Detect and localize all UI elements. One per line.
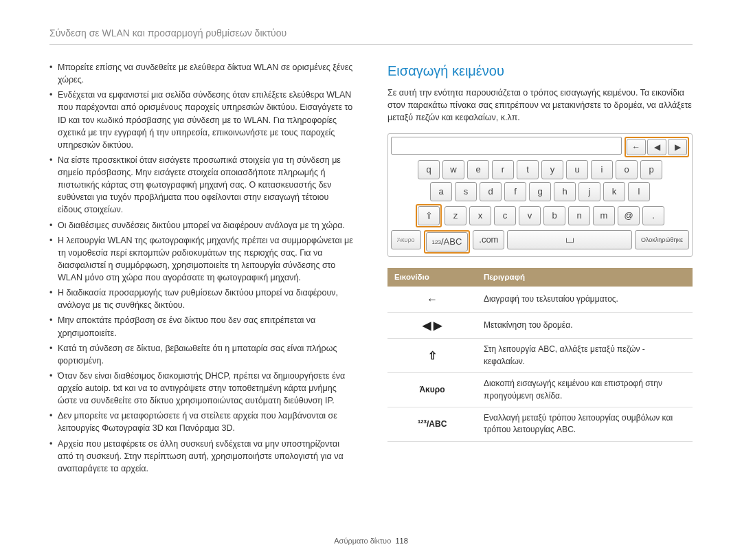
mode-prefix: 123 — [432, 238, 441, 247]
virtual-keyboard: ← ◀ ▶ q w e r t y u i o p a s d — [387, 133, 693, 257]
key-z[interactable]: z — [445, 206, 466, 225]
key-s[interactable]: s — [455, 182, 477, 201]
key-h[interactable]: h — [554, 182, 576, 201]
mode-suffix: /ABC — [441, 236, 462, 249]
nav-key-group: ← ◀ ▶ — [625, 137, 689, 157]
key-f[interactable]: f — [504, 182, 526, 201]
wlan-notes-list: Μπορείτε επίσης να συνδεθείτε με ελεύθερ… — [49, 61, 355, 475]
backspace-icon: ← — [387, 287, 477, 313]
list-item: Ενδέχεται να εμφανιστεί μια σελίδα σύνδε… — [49, 89, 355, 151]
key-at[interactable]: @ — [618, 206, 640, 225]
list-item: Κατά τη σύνδεση σε δίκτυα, βεβαιωθείτε ό… — [49, 342, 355, 367]
key-m[interactable]: m — [593, 206, 615, 225]
table-row: Άκυρο Διακοπή εισαγωγής κειμένου και επι… — [387, 373, 693, 407]
list-item: Να είστε προσεκτικοί όταν εισάγετε προσω… — [49, 154, 355, 216]
mode-label-icon: 123/ABC — [387, 407, 477, 441]
space-key[interactable]: ⌴ — [507, 230, 632, 249]
key-c[interactable]: c — [494, 206, 516, 225]
key-r[interactable]: r — [492, 160, 514, 179]
cursor-right-key[interactable]: ▶ — [668, 139, 687, 155]
cancel-key[interactable]: Άκυρο — [391, 230, 421, 249]
desc-cell: Διακοπή εισαγωγής κειμένου και επιστροφή… — [477, 373, 693, 407]
desc-cell: Στη λειτουργία ABC, αλλάξτε μεταξύ πεζών… — [477, 339, 693, 373]
key-j[interactable]: j — [578, 182, 600, 201]
mode-suffix: /ABC — [427, 419, 447, 429]
shift-key[interactable]: ⇧ — [418, 206, 440, 225]
key-e[interactable]: e — [467, 160, 489, 179]
mode-key-highlight: 123 /ABC — [424, 230, 471, 254]
text-input-field[interactable] — [391, 137, 622, 155]
desc-cell: Μετακίνηση του δρομέα. — [477, 313, 693, 339]
key-a[interactable]: a — [430, 182, 452, 201]
key-t[interactable]: t — [517, 160, 539, 179]
page-number: 118 — [395, 537, 407, 545]
list-item: Οι διαθέσιμες συνδέσεις δικτύου μπορεί ν… — [49, 219, 355, 232]
icon-description-table: Εικονίδιο Περιγραφή ← Διαγραφή του τελευ… — [387, 268, 693, 441]
cursor-arrows-icon: ◀ ▶ — [387, 313, 477, 339]
th-desc: Περιγραφή — [477, 268, 693, 287]
footer-section: Ασύρματο δίκτυο — [334, 537, 391, 545]
dotcom-key[interactable]: .com — [473, 230, 504, 249]
list-item: Όταν δεν είναι διαθέσιμος διακομιστής DH… — [49, 370, 355, 407]
done-key[interactable]: Ολοκληρώθηκε — [635, 230, 689, 249]
key-p[interactable]: p — [640, 160, 662, 179]
shift-key-highlight: ⇧ — [416, 204, 442, 227]
key-q[interactable]: q — [418, 160, 440, 179]
desc-cell: Διαγραφή του τελευταίου γράμματος. — [477, 287, 693, 313]
mode-prefix: 123 — [418, 418, 427, 425]
table-row: ← Διαγραφή του τελευταίου γράμματος. — [387, 287, 693, 313]
key-y[interactable]: y — [541, 160, 563, 179]
key-l[interactable]: l — [628, 182, 650, 201]
key-o[interactable]: o — [616, 160, 638, 179]
cursor-left-key[interactable]: ◀ — [647, 139, 666, 155]
key-w[interactable]: w — [442, 160, 464, 179]
left-column: Μπορείτε επίσης να συνδεθείτε με ελεύθερ… — [49, 61, 355, 478]
th-icon: Εικονίδιο — [387, 268, 477, 287]
mode-toggle-key[interactable]: 123 /ABC — [426, 232, 469, 251]
section-heading: Εισαγωγή κειμένου — [387, 61, 693, 81]
content-columns: Μπορείτε επίσης να συνδεθείτε με ελεύθερ… — [49, 61, 693, 478]
list-item: Η διαδικασία προσαρμογής των ρυθμίσεων δ… — [49, 287, 355, 311]
list-item: Δεν μπορείτε να μεταφορτώσετε ή να στείλ… — [49, 410, 355, 434]
key-v[interactable]: v — [519, 206, 541, 225]
list-item: Μην αποκτάτε πρόσβαση σε ένα δίκτυο που … — [49, 314, 355, 339]
key-u[interactable]: u — [566, 160, 588, 179]
table-row: 123/ABC Εναλλαγή μεταξύ τρόπου λειτουργί… — [387, 407, 693, 441]
desc-cell: Εναλλαγή μεταξύ τρόπου λειτουργίας συμβό… — [477, 407, 693, 441]
page-header: Σύνδεση σε WLAN και προσαρμογή ρυθμίσεων… — [49, 27, 693, 45]
key-n[interactable]: n — [568, 206, 590, 225]
table-row: ⇧ Στη λειτουργία ABC, αλλάξτε μεταξύ πεζ… — [387, 339, 693, 373]
key-x[interactable]: x — [469, 206, 491, 225]
key-i[interactable]: i — [591, 160, 613, 179]
section-intro: Σε αυτή την ενότητα παρουσιάζεται ο τρόπ… — [387, 87, 693, 124]
shift-icon: ⇧ — [387, 339, 477, 373]
key-d[interactable]: d — [480, 182, 502, 201]
key-g[interactable]: g — [529, 182, 551, 201]
list-item: Μπορείτε επίσης να συνδεθείτε με ελεύθερ… — [49, 61, 355, 86]
key-k[interactable]: k — [603, 182, 625, 201]
list-item: Αρχεία που μεταφέρετε σε άλλη συσκευή εν… — [49, 438, 355, 475]
page-footer: Ασύρματο δίκτυο 118 — [0, 537, 742, 545]
list-item: Η λειτουργία WLAN της φωτογραφικής μηχαν… — [49, 234, 355, 284]
key-dot[interactable]: . — [642, 206, 664, 225]
right-column: Εισαγωγή κειμένου Σε αυτή την ενότητα πα… — [387, 61, 693, 478]
table-row: ◀ ▶ Μετακίνηση του δρομέα. — [387, 313, 693, 339]
backspace-key[interactable]: ← — [627, 139, 646, 155]
cancel-label-icon: Άκυρο — [387, 373, 477, 407]
key-b[interactable]: b — [543, 206, 565, 225]
